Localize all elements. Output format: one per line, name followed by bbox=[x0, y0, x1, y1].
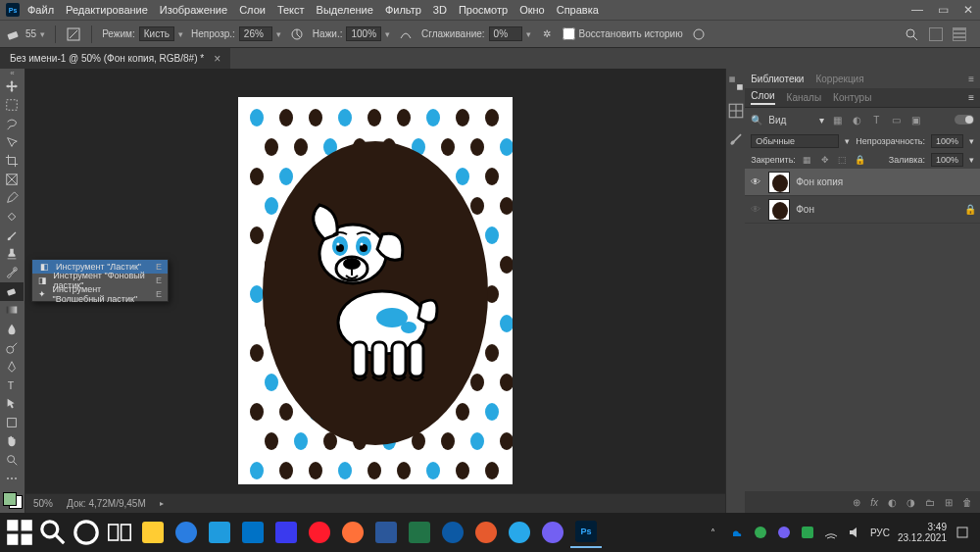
opacity-dd-icon[interactable]: ▾ bbox=[969, 136, 974, 146]
lock-pixels-icon[interactable]: ▦ bbox=[802, 154, 813, 166]
filter-shape-icon[interactable]: ▭ bbox=[889, 113, 903, 126]
opacity-field[interactable]: 26% bbox=[239, 26, 272, 41]
lasso-tool[interactable] bbox=[0, 114, 24, 132]
flow-field[interactable]: 100% bbox=[346, 26, 381, 41]
document-tab[interactable]: Без имени-1 @ 50% (Фон копия, RGB/8#) * … bbox=[0, 48, 230, 70]
brush-size-dropdown-icon[interactable]: ▾ bbox=[40, 29, 45, 39]
layer-visibility-icon[interactable]: 👁 bbox=[749, 204, 762, 215]
toolbar-collapse-icon[interactable]: « bbox=[0, 69, 24, 76]
menu-image[interactable]: Изображение bbox=[160, 4, 227, 16]
zoom-level[interactable]: 50% bbox=[33, 498, 53, 509]
filter-pixel-icon[interactable]: ▦ bbox=[830, 113, 844, 126]
swatches-panel-icon[interactable] bbox=[727, 102, 745, 120]
opacity-dropdown-icon[interactable]: ▾ bbox=[276, 29, 281, 39]
blur-tool[interactable] bbox=[0, 320, 24, 338]
airbrush-icon[interactable] bbox=[398, 26, 414, 42]
pressure-opacity-icon[interactable] bbox=[289, 26, 305, 42]
lock-all-icon[interactable]: 🔒 bbox=[855, 154, 866, 166]
delete-layer-icon[interactable]: 🗑 bbox=[962, 497, 972, 508]
filter-kind-dropdown-icon[interactable]: ▾ bbox=[819, 115, 824, 125]
healing-tool[interactable] bbox=[0, 208, 24, 226]
taskbar-app-generic2[interactable] bbox=[470, 517, 502, 548]
menu-view[interactable]: Просмотр bbox=[459, 4, 508, 16]
fill-dd-icon[interactable]: ▾ bbox=[969, 155, 974, 165]
taskbar-app-excel[interactable] bbox=[404, 517, 435, 548]
layer-visibility-icon[interactable]: 👁 bbox=[749, 176, 762, 187]
link-layers-icon[interactable]: ⊕ bbox=[853, 497, 860, 508]
lock-artboard-icon[interactable]: ⬚ bbox=[837, 154, 849, 166]
move-tool[interactable] bbox=[0, 76, 24, 95]
frame-tool[interactable] bbox=[0, 170, 24, 188]
filter-toggle[interactable] bbox=[955, 115, 974, 125]
crop-tool[interactable] bbox=[0, 151, 24, 170]
search-icon[interactable] bbox=[904, 26, 919, 42]
eraser-preset-icon[interactable] bbox=[6, 26, 22, 42]
layer-mask-icon[interactable]: ◐ bbox=[888, 497, 897, 508]
smoothing-options-icon[interactable]: ✲ bbox=[539, 26, 555, 42]
layer-fx-icon[interactable]: fx bbox=[870, 497, 878, 508]
brushes-panel-icon[interactable] bbox=[727, 129, 745, 147]
flyout-magic-eraser[interactable]: ✦ Инструмент "Волшебный ластик" E bbox=[32, 287, 168, 301]
filter-kind-icon[interactable]: 🔍 bbox=[751, 115, 762, 125]
tab-paths[interactable]: Контуры bbox=[833, 92, 871, 103]
mode-select[interactable]: Кисть bbox=[139, 26, 174, 41]
tab-libraries[interactable]: Библиотеки bbox=[751, 74, 804, 84]
hand-tool[interactable] bbox=[0, 431, 24, 450]
tray-up-icon[interactable]: ˄ bbox=[706, 525, 721, 540]
tray-notifications-icon[interactable] bbox=[955, 525, 970, 540]
restore-history-checkbox[interactable] bbox=[563, 27, 575, 40]
stamp-tool[interactable] bbox=[0, 245, 24, 264]
menu-window[interactable]: Окно bbox=[519, 4, 545, 16]
start-button[interactable] bbox=[4, 517, 35, 548]
menu-help[interactable]: Справка bbox=[557, 4, 599, 16]
blend-mode-select[interactable]: Обычные bbox=[751, 134, 839, 148]
marquee-tool[interactable] bbox=[0, 95, 24, 114]
gradient-tool[interactable] bbox=[0, 301, 24, 320]
layers-panel-menu-icon[interactable]: ≡ bbox=[968, 92, 974, 103]
quick-select-tool[interactable] bbox=[0, 132, 24, 151]
layer-row[interactable]: 👁 Фон 🔒 bbox=[745, 196, 980, 224]
smoothing-dropdown-icon[interactable]: ▾ bbox=[526, 29, 531, 39]
flow-dropdown-icon[interactable]: ▾ bbox=[385, 29, 390, 39]
taskbar-app-ie[interactable] bbox=[171, 517, 202, 548]
brush-tool[interactable] bbox=[0, 226, 24, 245]
taskbar-app-opera[interactable] bbox=[304, 517, 335, 548]
smoothing-field[interactable]: 0% bbox=[489, 26, 522, 41]
status-caret-icon[interactable]: ▸ bbox=[160, 499, 164, 508]
tray-clock[interactable]: 3:49 23.12.2021 bbox=[898, 522, 947, 543]
shape-tool[interactable] bbox=[0, 413, 24, 431]
dodge-tool[interactable] bbox=[0, 338, 24, 357]
pen-tool[interactable] bbox=[0, 357, 24, 376]
filter-smart-icon[interactable]: ▣ bbox=[908, 113, 922, 126]
tab-channels[interactable]: Каналы bbox=[787, 92, 822, 103]
path-select-tool[interactable] bbox=[0, 394, 24, 413]
lock-position-icon[interactable]: ✥ bbox=[819, 154, 831, 166]
share-icon[interactable] bbox=[929, 27, 943, 41]
foreground-color-swatch[interactable] bbox=[3, 492, 17, 506]
tab-layers[interactable]: Слои bbox=[751, 90, 774, 105]
menu-3d[interactable]: 3D bbox=[433, 4, 447, 16]
layer-name[interactable]: Фон копия bbox=[796, 176, 843, 187]
doc-size[interactable]: Док: 4,72M/9,45M bbox=[67, 498, 146, 509]
tray-network-icon[interactable] bbox=[823, 525, 839, 540]
layer-thumbnail[interactable] bbox=[768, 172, 790, 193]
brush-panel-icon[interactable] bbox=[66, 26, 81, 42]
menu-filter[interactable]: Фильтр bbox=[385, 4, 421, 16]
task-view-icon[interactable] bbox=[104, 517, 135, 548]
taskbar-app-viber[interactable] bbox=[537, 517, 568, 548]
taskbar-app-generic1[interactable] bbox=[270, 517, 302, 548]
history-brush-tool[interactable] bbox=[0, 264, 24, 282]
window-close-icon[interactable]: ✕ bbox=[962, 3, 974, 17]
group-layers-icon[interactable]: 🗀 bbox=[925, 497, 935, 508]
eyedropper-tool[interactable] bbox=[0, 188, 24, 207]
new-layer-icon[interactable]: ⊞ bbox=[945, 497, 953, 508]
cortana-icon[interactable] bbox=[71, 517, 102, 548]
filter-kind-select[interactable]: Вид bbox=[768, 115, 813, 125]
edit-toolbar[interactable]: ⋯ bbox=[0, 470, 24, 488]
menu-select[interactable]: Выделение bbox=[317, 4, 373, 16]
panel-menu-icon[interactable]: ≡ bbox=[968, 74, 974, 84]
menu-type[interactable]: Текст bbox=[277, 4, 305, 16]
taskbar-app-telegram[interactable] bbox=[504, 517, 535, 548]
pressure-size-icon[interactable] bbox=[691, 26, 707, 42]
layer-row[interactable]: 👁 Фон копия bbox=[745, 169, 980, 196]
